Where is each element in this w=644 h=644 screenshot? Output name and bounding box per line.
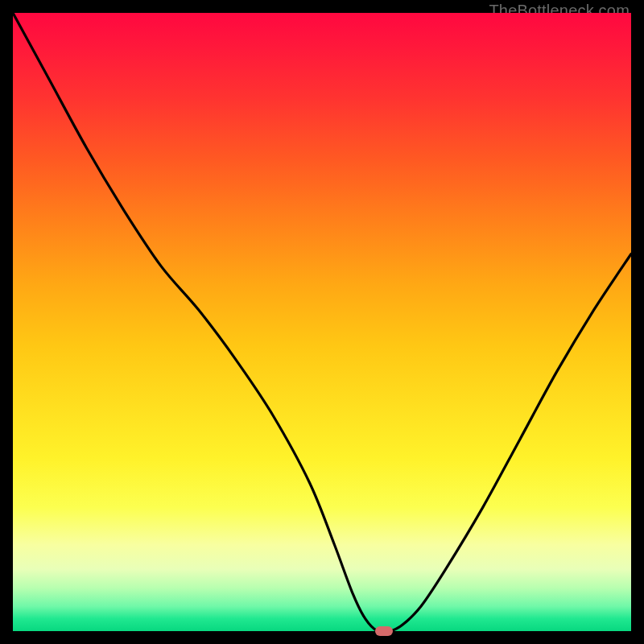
curve-path: [13, 13, 631, 633]
plot-area: [13, 13, 631, 631]
chart-frame: TheBottleneck.com: [0, 0, 644, 644]
bottleneck-curve: [13, 13, 631, 631]
optimum-marker: [375, 626, 393, 636]
